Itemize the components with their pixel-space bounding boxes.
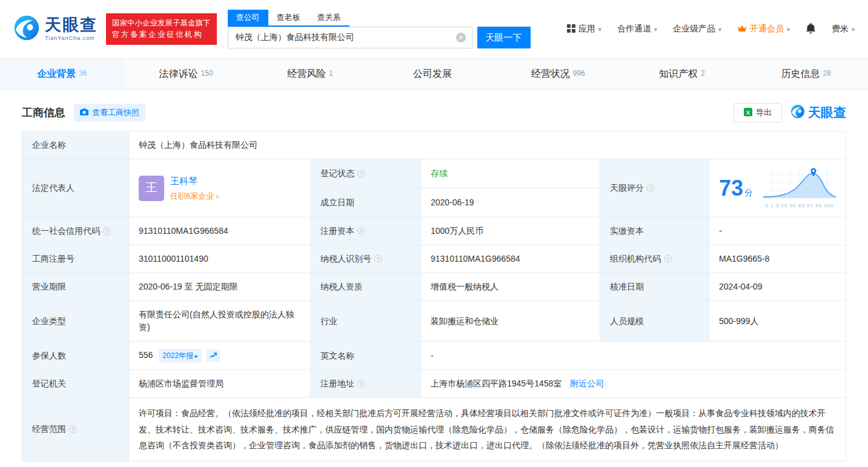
export-button-label: 导出 xyxy=(756,107,772,118)
export-button[interactable]: X 导出 xyxy=(734,103,782,122)
value-taxpayer-quality: 增值税一般纳税人 xyxy=(421,273,600,301)
search-box: ✕ xyxy=(228,27,472,48)
chevron-down-icon: ▾ xyxy=(598,26,601,33)
label-tianyan-score: 天眼评分 xyxy=(600,159,709,217)
label-business-scope: 经营范围 xyxy=(22,398,129,462)
label-taxpayer-quality: 纳税人资质 xyxy=(311,273,421,301)
label-reg-address: 注册地址 xyxy=(311,370,421,398)
search-tab-relation[interactable]: 查关系 xyxy=(309,10,350,25)
search-input[interactable] xyxy=(228,33,472,42)
score-axis-ticks: 0 1 3 10 50 85 97 99 100 xyxy=(763,202,836,210)
tab-count: 996 xyxy=(573,69,585,78)
snapshot-button[interactable]: 查看工商快照 xyxy=(74,104,145,122)
business-info-table: 企业名称 钟茂（上海）食品科技有限公司 法定代表人 王 王科琴 任职6家企业 ›… xyxy=(22,131,846,462)
tab-count: 1 xyxy=(329,69,333,78)
help-icon[interactable] xyxy=(357,170,365,177)
table-row: 参保人数 5562022年报 英文名称 - xyxy=(22,342,846,370)
tab-label: 企业背景 xyxy=(37,68,76,81)
clear-icon[interactable]: ✕ xyxy=(456,33,466,42)
table-row: 营业期限 2020-06-19 至 无固定期限 纳税人资质 增值税一般纳税人 核… xyxy=(22,273,846,301)
legal-rep-name-link[interactable]: 王科琴 xyxy=(170,174,219,188)
tab-operating-risk[interactable]: 经营风险 1 xyxy=(248,59,372,89)
label-paid-capital: 实缴资本 xyxy=(600,217,709,245)
gov-badge-line1: 国家中小企业发展子基金旗下 xyxy=(112,18,211,29)
label-reg-number: 工商注册号 xyxy=(22,245,129,273)
help-icon[interactable] xyxy=(374,255,382,263)
tab-intellectual-property[interactable]: 知识产权 2 xyxy=(620,59,744,89)
tab-legal-proceedings[interactable]: 法律诉讼 150 xyxy=(124,59,248,89)
value-establish-date: 2020-06-19 xyxy=(421,188,600,217)
help-icon[interactable] xyxy=(357,380,365,388)
value-reg-authority: 杨浦区市场监督管理局 xyxy=(129,370,311,398)
rep-companies-link[interactable]: 任职6家企业 › xyxy=(170,190,219,202)
gov-badge-line2: 官方备案企业征信机构 xyxy=(112,29,211,41)
tab-label: 知识产权 xyxy=(659,68,698,81)
label-org-code: 组织机构代码 xyxy=(600,245,709,273)
nav-apps[interactable]: 应用 ▾ xyxy=(567,24,601,35)
tab-count: 2 xyxy=(701,69,705,78)
value-business-scope: 许可项目：食品经营。（依法须经批准的项目，经相关部门批准后方可开展经营活动，具体… xyxy=(129,398,846,462)
nav-vip-label: 开通会员 xyxy=(750,24,784,35)
table-row: 登记机关 杨浦区市场监督管理局 注册地址 上海市杨浦区四平路1945号1458室… xyxy=(22,370,846,398)
label-english-name: 英文名称 xyxy=(311,342,421,370)
label-company-name: 企业名称 xyxy=(22,131,129,159)
tianyancha-logo-icon xyxy=(13,15,40,44)
value-reg-status: 存续 xyxy=(421,159,600,188)
score-value[interactable]: 73分 xyxy=(719,177,753,199)
help-icon[interactable] xyxy=(357,227,365,235)
tianyancha-logo-icon xyxy=(790,104,805,122)
value-business-term: 2020-06-19 至 无固定期限 xyxy=(129,273,311,301)
top-header: 天眼查 TianYanCha.com 国家中小企业发展子基金旗下 官方备案企业征… xyxy=(0,0,868,58)
help-icon[interactable] xyxy=(103,227,111,235)
nav-enterprise-products[interactable]: 企业级产品 ▾ xyxy=(673,24,721,35)
nav-notifications[interactable] xyxy=(806,23,816,36)
nav-user-account[interactable]: 费米 ▾ xyxy=(832,24,855,35)
search-button[interactable]: 天眼一下 xyxy=(477,27,531,48)
tab-label: 历史信息 xyxy=(781,68,820,81)
value-paid-capital: - xyxy=(709,217,846,245)
legal-rep-avatar[interactable]: 王 xyxy=(139,176,164,201)
search-tab-boss[interactable]: 查老板 xyxy=(268,10,309,25)
watermark-label: 天眼查 xyxy=(808,104,846,121)
nav-vip-upgrade[interactable]: 开通会员 ▾ xyxy=(737,24,790,35)
label-reg-status: 登记状态 xyxy=(311,159,421,188)
table-row: 经营范围 许可项目：食品经营。（依法须经批准的项目，经相关部门批准后方可开展经营… xyxy=(22,398,846,462)
tab-operating-status[interactable]: 经营状况 996 xyxy=(496,59,620,89)
nearby-companies-link[interactable]: 附近公司 xyxy=(570,379,604,388)
crown-icon xyxy=(737,24,747,34)
chevron-down-icon: ▾ xyxy=(654,26,657,33)
search-tab-company[interactable]: 查公司 xyxy=(228,10,268,25)
tab-label: 法律诉讼 xyxy=(159,68,198,81)
table-row: 统一社会信用代码 91310110MA1G966584 注册资本 1000万人民… xyxy=(22,217,846,245)
camera-icon xyxy=(80,108,88,118)
tianyancha-logo[interactable]: 天眼查 TianYanCha.com xyxy=(13,15,98,44)
nav-partner-channel[interactable]: 合作通道 ▾ xyxy=(617,24,657,35)
nav-user-label: 费米 xyxy=(832,24,849,35)
excel-icon: X xyxy=(744,108,752,118)
bell-icon xyxy=(806,23,816,36)
tab-count: 150 xyxy=(201,69,213,78)
value-tianyan-score: 73分 xyxy=(709,159,846,217)
value-credit-code: 91310110MA1G966584 xyxy=(129,217,311,245)
label-establish-date: 成立日期 xyxy=(311,188,421,217)
value-company-type: 有限责任公司(自然人投资或控股的法人独资) xyxy=(129,301,311,342)
table-row: 企业类型 有限责任公司(自然人投资或控股的法人独资) 行业 装卸搬运和仓储业 人… xyxy=(22,301,846,342)
help-icon[interactable] xyxy=(647,184,655,192)
tab-company-background[interactable]: 企业背景 36 xyxy=(0,59,124,89)
label-approval-date: 核准日期 xyxy=(600,273,709,301)
nav-apps-label: 应用 xyxy=(578,24,595,35)
main-content: 工商信息 查看工商快照 X 导出 xyxy=(0,103,868,467)
label-industry: 行业 xyxy=(311,301,421,342)
tab-company-development[interactable]: 公司发展 xyxy=(372,59,496,89)
tab-history-info[interactable]: 历史信息 28 xyxy=(744,59,868,89)
table-row: 法定代表人 王 王科琴 任职6家企业 › 登记状态 存续 天眼评分 xyxy=(22,159,846,188)
label-insured-count: 参保人数 xyxy=(22,342,129,370)
annual-report-badge[interactable]: 2022年报 xyxy=(159,349,202,362)
help-icon[interactable] xyxy=(69,425,77,433)
label-business-term: 营业期限 xyxy=(22,273,129,301)
trend-chart-icon[interactable] xyxy=(207,349,220,362)
help-icon[interactable] xyxy=(664,255,672,263)
score-curve-chart: 0 1 3 10 50 85 97 99 100 xyxy=(763,167,836,210)
label-staff-size: 人员规模 xyxy=(600,301,709,342)
section-head: 工商信息 查看工商快照 X 导出 xyxy=(22,103,846,122)
